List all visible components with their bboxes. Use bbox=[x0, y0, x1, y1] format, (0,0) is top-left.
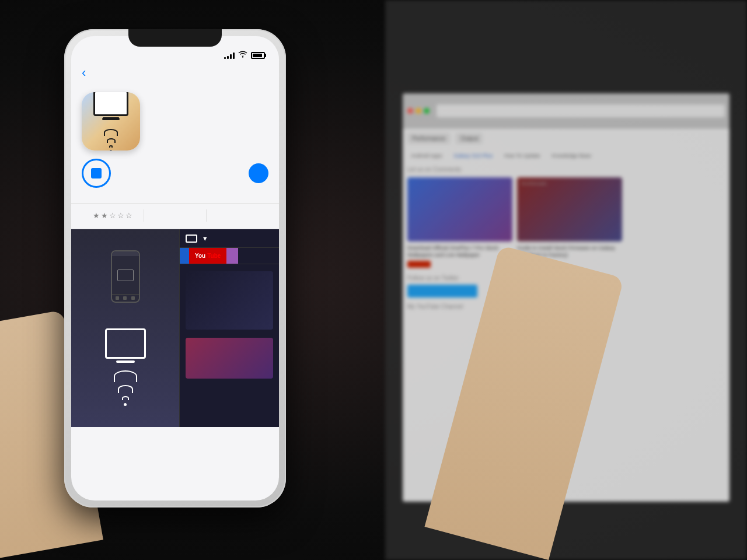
laptop-articles: Download Official OnePlus 7 Pro Stock Wa… bbox=[407, 177, 725, 268]
app-icon bbox=[82, 92, 140, 150]
signal-bar-4 bbox=[233, 52, 235, 59]
signal-bar-1 bbox=[224, 57, 226, 59]
back-chevron-icon: ‹ bbox=[82, 65, 86, 80]
star-1: ★ bbox=[93, 211, 100, 220]
tv-dropdown-icon: ▾ bbox=[203, 234, 207, 243]
youtube-you: You bbox=[195, 253, 205, 259]
featured-thumbnail bbox=[186, 338, 273, 379]
download-button[interactable] bbox=[82, 159, 111, 188]
more-options-button[interactable] bbox=[249, 163, 268, 183]
laptop-tab: Output bbox=[456, 133, 483, 144]
screenshot-app-ui: ▾ You Tube bbox=[179, 229, 279, 427]
mini-tab-icon3 bbox=[131, 296, 135, 300]
mini-tv bbox=[117, 270, 134, 281]
tv-stand-graphic bbox=[103, 117, 119, 119]
wifi-arc-small bbox=[109, 145, 113, 148]
browser-min-dot bbox=[416, 108, 421, 114]
app-ui-topbar: ▾ bbox=[180, 229, 279, 248]
star-2: ★ bbox=[101, 211, 108, 220]
laptop-article-img bbox=[407, 177, 512, 242]
age-block bbox=[206, 209, 268, 222]
mini-tab-icon bbox=[116, 296, 119, 300]
iphone-screen: ‹ bbox=[71, 36, 279, 501]
signal-bar-3 bbox=[230, 54, 232, 59]
wifi-center-dot bbox=[124, 403, 127, 406]
browser-url-bar bbox=[437, 104, 725, 117]
screenshot-promo bbox=[71, 229, 179, 427]
wifi-dot bbox=[110, 150, 112, 150]
app-info-section bbox=[71, 85, 279, 203]
wifi-arcs-graphic bbox=[104, 129, 118, 150]
livetv-tab[interactable] bbox=[226, 248, 238, 264]
app-icon-content bbox=[93, 92, 128, 150]
tv-stand bbox=[116, 360, 135, 363]
mini-phone-screenshot bbox=[111, 250, 140, 303]
star-5: ☆ bbox=[125, 211, 132, 220]
tv-wifi-graphic bbox=[105, 328, 146, 406]
youtube-tube: Tube bbox=[207, 253, 221, 259]
rating-stars: ★ ★ ☆ ☆ ☆ bbox=[82, 211, 144, 220]
battery-icon bbox=[251, 52, 265, 59]
tv-room-label: ▾ bbox=[186, 234, 207, 243]
wifi-arc-medium bbox=[107, 138, 116, 143]
browser-max-dot bbox=[424, 108, 430, 114]
download-progress-indicator bbox=[91, 168, 102, 178]
app-icon-container bbox=[82, 92, 140, 150]
signal-bars-icon bbox=[224, 52, 235, 59]
tv-graphic bbox=[105, 328, 146, 359]
iphone-device: ‹ bbox=[64, 29, 286, 508]
laptop-section-label: Let us on Comments bbox=[407, 166, 725, 173]
laptop-article-img2: TechDecade bbox=[517, 177, 622, 242]
app-title-area bbox=[148, 92, 268, 94]
recently-played-thumbnail bbox=[186, 271, 273, 330]
wifi-arc-md bbox=[118, 385, 133, 393]
wifi-arc-lg bbox=[114, 370, 137, 382]
ratings-section: ★ ★ ☆ ☆ ☆ bbox=[71, 203, 279, 229]
appstore-navigation: ‹ bbox=[71, 62, 279, 85]
signal-bar-2 bbox=[227, 56, 229, 59]
rank-block bbox=[144, 209, 206, 222]
star-3: ☆ bbox=[109, 211, 116, 220]
laptop-twitter-btn bbox=[407, 285, 477, 298]
browser-toolbar bbox=[403, 93, 729, 128]
browser-close-dot bbox=[407, 108, 413, 114]
laptop-tech-label: TechDecade bbox=[517, 177, 622, 190]
laptop-nav-item: How To Update bbox=[501, 151, 543, 160]
youtube-badge bbox=[407, 261, 431, 268]
recently-played-label bbox=[180, 264, 279, 271]
rating-score-block: ★ ★ ☆ ☆ ☆ bbox=[82, 209, 144, 222]
mini-tab-icon2 bbox=[123, 296, 127, 300]
mini-tabbar bbox=[112, 294, 139, 302]
laptop-nav-item: Android Apps bbox=[407, 151, 446, 160]
mini-content bbox=[112, 256, 139, 294]
laptop-article-1: Download Official OnePlus 7 Pro Stock Wa… bbox=[407, 177, 512, 268]
star-4: ☆ bbox=[117, 211, 124, 220]
iphone-notch bbox=[128, 29, 222, 47]
wifi-icon bbox=[238, 51, 247, 60]
tv-icon-small bbox=[186, 235, 197, 243]
laptop-nav-item: Galaxy S10 Plus bbox=[451, 151, 497, 160]
plus-tab[interactable] bbox=[180, 248, 189, 264]
wifi-arcs bbox=[114, 370, 137, 406]
youtube-tab[interactable]: You Tube bbox=[189, 248, 226, 264]
screenshots-section: ▾ You Tube bbox=[71, 229, 279, 427]
battery-fill bbox=[253, 54, 262, 57]
app-ui-tabs: You Tube bbox=[180, 248, 279, 264]
app-header bbox=[82, 92, 268, 150]
laptop-tab: Performance bbox=[407, 133, 450, 144]
laptop-nav-tabs: Performance Output bbox=[407, 133, 725, 144]
status-icons bbox=[224, 46, 265, 60]
wifi-arc-sm bbox=[122, 396, 129, 400]
app-icon-tv-graphic bbox=[93, 92, 128, 116]
app-actions bbox=[82, 159, 268, 188]
laptop-secondary-nav: Android Apps Galaxy S10 Plus How To Upda… bbox=[407, 151, 725, 160]
wifi-arc-large bbox=[104, 129, 118, 136]
mini-status bbox=[112, 251, 139, 256]
featured-label bbox=[180, 332, 279, 338]
laptop-nav-item: Knowledge Base bbox=[548, 151, 595, 160]
back-button[interactable]: ‹ bbox=[82, 65, 88, 80]
svg-point-0 bbox=[242, 56, 243, 57]
